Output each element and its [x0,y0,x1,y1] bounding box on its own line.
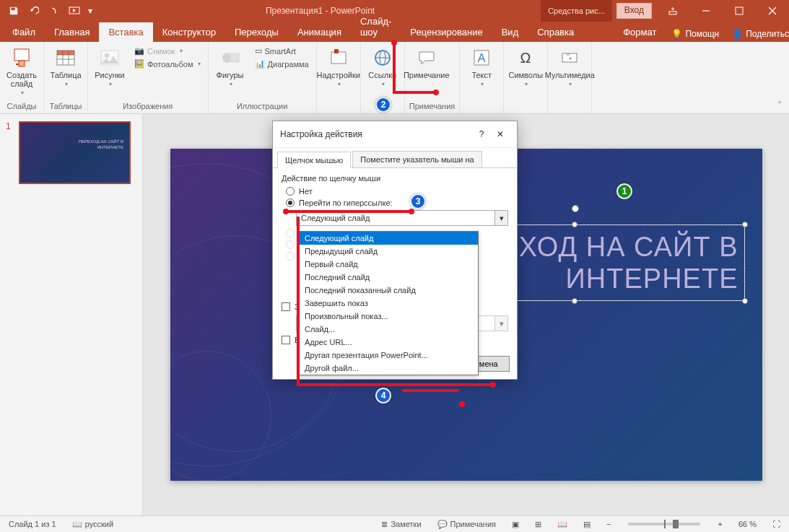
tab-view[interactable]: Вид [492,22,528,42]
dropdown-item[interactable]: Завершить показ [299,297,478,310]
symbols-button[interactable]: Ω Символы [508,45,543,89]
reading-view-icon[interactable]: 📖 [554,520,570,529]
status-bar: Слайд 1 из 1 📖русский ≣Заметки 💬Примечан… [0,515,789,532]
new-slide-button[interactable]: Создать слайд [4,45,39,97]
ribbon: Создать слайд Слайды Таблица Таблицы Рис… [0,42,789,114]
notes-button[interactable]: ≣Заметки [378,520,424,529]
spellcheck-icon: 📖 [72,520,82,529]
zoom-slider[interactable] [628,523,700,526]
ribbon-tab-row: Файл Главная Вставка Конструктор Переход… [0,22,789,42]
resize-handle-se[interactable] [742,298,748,304]
svg-rect-13 [57,51,74,55]
tab-mouse-over[interactable]: Поместите указатель мыши на [352,151,482,167]
status-slide-number[interactable]: Слайд 1 из 1 [6,520,59,528]
close-button[interactable] [756,0,789,22]
status-language[interactable]: 📖русский [69,520,116,529]
tab-help[interactable]: Справка [528,22,583,42]
chevron-down-icon[interactable]: ▾ [494,211,507,225]
zoom-in-button[interactable]: + [715,520,725,528]
table-button[interactable]: Таблица [48,45,83,89]
thumbnail-preview[interactable]: ПЕРЕХОД НА САЙТ ВИНТЕРНЕТЕ [19,121,131,184]
resize-handle-s[interactable] [572,298,577,304]
slide-sorter-view-icon[interactable]: ⊞ [532,520,544,529]
screenshot-icon: 📷 [134,46,144,56]
tab-slideshow[interactable]: Слайд-шоу [351,12,401,42]
dropdown-item[interactable]: Последний слайд [299,271,478,284]
dropdown-item[interactable]: Предыдущий слайд [299,245,478,258]
dropdown-item[interactable]: Последний показанный слайд [299,284,478,297]
undo-icon[interactable] [25,2,43,19]
media-button[interactable]: Мультимедиа [552,45,587,89]
notes-icon: ≣ [381,520,388,529]
comment-button[interactable]: Примечание [409,45,444,81]
share-button[interactable]: 👤Поделиться [726,26,789,42]
resize-handle-n[interactable] [572,222,577,227]
rotation-handle[interactable] [572,205,579,212]
dropdown-item[interactable]: Другая презентация PowerPoint... [299,349,478,362]
dropdown-item[interactable]: Другой файл... [299,362,478,375]
ribbon-display-options-icon[interactable] [656,0,689,22]
save-icon[interactable] [4,2,23,19]
slide-thumbnail-pane[interactable]: 1 ПЕРЕХОД НА САЙТ ВИНТЕРНЕТЕ [0,114,143,515]
fit-to-window-icon[interactable]: ⛶ [770,520,783,528]
group-illustr-label: Иллюстрации [213,100,312,112]
thumbnail-item[interactable]: 1 ПЕРЕХОД НА САЙТ ВИНТЕРНЕТЕ [6,121,136,184]
screenshot-button[interactable]: 📷Снимок [131,45,204,57]
normal-view-icon[interactable]: ▣ [509,520,522,529]
photo-album-button[interactable]: 🖼️Фотоальбом [131,58,204,70]
tell-me-button[interactable]: 💡Помощн [666,26,725,42]
callout-1: 1 [616,183,632,199]
dropdown-item[interactable]: Первый слайд [299,258,478,271]
dialog-close-icon[interactable]: ✕ [491,127,510,141]
dropdown-item[interactable]: Слайд... [299,323,478,336]
tab-mouse-click[interactable]: Щелчок мышью [277,152,351,168]
tab-transitions[interactable]: Переходы [225,22,288,42]
zoom-thumb[interactable] [673,520,679,528]
hyperlink-combo[interactable]: Следующий слайд ▾ [296,210,508,226]
links-button[interactable]: Ссылки [365,45,400,89]
links-icon [371,46,394,69]
shapes-button[interactable]: Фигуры [213,45,248,89]
tab-animations[interactable]: Анимация [288,22,351,42]
tab-format[interactable]: Формат [614,22,666,42]
comments-pane-button[interactable]: 💬Примечания [435,520,500,529]
dropdown-item[interactable]: Произвольный показ... [299,310,478,323]
tab-design[interactable]: Конструктор [153,22,225,42]
table-icon [54,46,77,69]
tab-file[interactable]: Файл [3,22,45,42]
radio-none[interactable]: Нет [286,187,508,196]
chart-button[interactable]: 📊Диаграмма [252,58,312,70]
thumbnail-number: 1 [6,121,14,184]
qat-customize-icon[interactable]: ▾ [85,2,95,19]
dropdown-item[interactable]: Следующий слайд [299,232,478,245]
callout-2: 2 [375,97,391,113]
group-tables-label: Таблицы [48,100,83,112]
collapse-ribbon-icon[interactable]: ˄ [773,99,786,112]
svg-rect-19 [334,49,339,53]
text-button[interactable]: A Текст [464,45,499,89]
smartart-button[interactable]: ▭SmartArt [252,45,312,57]
minimize-button[interactable] [689,0,723,22]
media-icon [558,46,581,69]
dialog-help-icon[interactable]: ? [472,127,491,141]
pictures-button[interactable]: Рисунки [92,45,127,89]
addins-icon [327,46,350,69]
slideshow-view-icon[interactable]: ▤ [580,520,593,529]
tab-home[interactable]: Главная [45,22,99,42]
slideshow-start-icon[interactable] [65,2,84,19]
tab-review[interactable]: Рецензирование [401,22,492,42]
redo-icon[interactable] [45,2,64,19]
svg-rect-4 [736,7,743,14]
maximize-button[interactable] [723,0,756,22]
hyperlink-dropdown-list[interactable]: Следующий слайдПредыдущий слайдПервый сл… [298,231,479,375]
chevron-down-icon[interactable]: ▾ [494,316,507,331]
zoom-level[interactable]: 66 % [736,520,759,528]
tab-insert[interactable]: Вставка [99,22,152,42]
radio-hyperlink[interactable]: Перейти по гиперссылке: [286,199,508,207]
resize-handle-ne[interactable] [742,222,748,227]
zoom-out-button[interactable]: − [603,520,614,528]
dropdown-item[interactable]: Адрес URL... [299,336,478,349]
svg-rect-7 [19,61,25,66]
addins-button[interactable]: Надстройки [321,45,356,89]
login-button[interactable]: Вход [616,3,652,19]
